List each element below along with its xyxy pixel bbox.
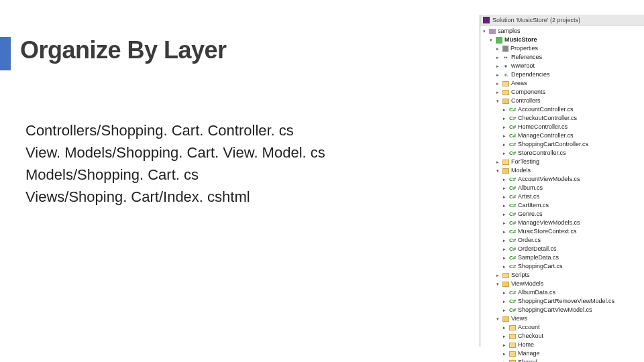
- expand-icon[interactable]: ▸: [502, 245, 507, 253]
- expand-icon[interactable]: ▸: [502, 332, 507, 341]
- csharp-file-icon: C#: [509, 133, 516, 139]
- tree-node[interactable]: ▸▪▪References: [480, 53, 644, 62]
- tree-node-file[interactable]: ▸C#OrderDetail.cs: [480, 245, 644, 253]
- folder-icon: [502, 81, 509, 86]
- tree-node-file[interactable]: ▸C#AccountController.cs: [480, 105, 644, 114]
- tree-node-file[interactable]: ▸C#ManageViewModels.cs: [480, 219, 644, 227]
- tree-node-file[interactable]: ▸C#ShoppingCart.cs: [480, 262, 644, 271]
- expand-icon[interactable]: ▸: [495, 158, 500, 166]
- tree-node-file[interactable]: ▸C#ShoppingCartController.cs: [480, 140, 644, 149]
- tree-node[interactable]: ▸Checkout: [480, 332, 644, 341]
- expand-icon[interactable]: ▸: [495, 62, 500, 70]
- tree-node-project[interactable]: ▾ MusicStore: [480, 36, 644, 44]
- tree-node-file[interactable]: ▸C#SampleData.cs: [480, 253, 644, 262]
- tree-label: ViewModels: [511, 280, 543, 288]
- slide-body: Controllers/Shopping. Cart. Controller. …: [25, 119, 325, 208]
- expand-icon[interactable]: ▸: [502, 192, 507, 201]
- tree-label: Genre.cs: [518, 210, 543, 219]
- expand-icon[interactable]: ▸: [502, 175, 507, 184]
- expand-icon[interactable]: ▸: [502, 253, 507, 262]
- tree-node-file[interactable]: ▸C#ManageController.cs: [480, 131, 644, 140]
- tree-node-file[interactable]: ▸C#AlbumData.cs: [480, 288, 644, 297]
- csharp-file-icon: C#: [509, 290, 516, 296]
- expand-icon[interactable]: ▾: [495, 280, 500, 288]
- expand-icon[interactable]: ▸: [495, 271, 500, 280]
- expand-icon[interactable]: ▾: [495, 97, 500, 105]
- vs-icon: [483, 17, 490, 23]
- body-line: View. Models/Shopping. Cart. View. Model…: [25, 141, 325, 164]
- tree-node[interactable]: ▸Areas: [480, 79, 644, 88]
- expand-icon[interactable]: ▾: [495, 166, 500, 175]
- expand-icon[interactable]: ▸: [502, 219, 507, 227]
- expand-icon[interactable]: ▸: [495, 88, 500, 97]
- tree-node-file[interactable]: ▸C#ShoppingCartViewModel.cs: [480, 306, 644, 314]
- tree-node[interactable]: ▸Manage: [480, 349, 644, 358]
- tree-node-file[interactable]: ▸C#StoreController.cs: [480, 149, 644, 158]
- tree-node-solution-folder[interactable]: ▾ samples: [480, 27, 644, 36]
- tree-node-file[interactable]: ▸C#MusicStoreContext.cs: [480, 227, 644, 236]
- tree-node[interactable]: ▸Components: [480, 88, 644, 97]
- tree-node-file[interactable]: ▸C#ShoppingCartRemoveViewModel.cs: [480, 297, 644, 306]
- expand-icon[interactable]: ▸: [502, 201, 507, 210]
- expand-icon[interactable]: ▸: [495, 79, 500, 88]
- expand-icon[interactable]: ▸: [502, 306, 507, 314]
- expand-icon[interactable]: ▸: [502, 227, 507, 236]
- tree-node-file[interactable]: ▸C#Artist.cs: [480, 192, 644, 201]
- tree-node-file[interactable]: ▸C#Order.cs: [480, 236, 644, 245]
- tree-node[interactable]: ▸Shared: [480, 358, 644, 362]
- tree-node-file[interactable]: ▸C#Genre.cs: [480, 210, 644, 219]
- tree-node[interactable]: ▸Scripts: [480, 271, 644, 280]
- folder-icon: [502, 316, 509, 322]
- expand-icon[interactable]: ▾: [482, 27, 487, 36]
- tree-node-file[interactable]: ▸C#Album.cs: [480, 184, 644, 192]
- expand-icon[interactable]: ▸: [495, 53, 500, 62]
- folder-icon: [502, 160, 509, 165]
- expand-icon[interactable]: ▸: [502, 123, 507, 131]
- tree-node-models[interactable]: ▾Models: [480, 166, 644, 175]
- tree-node-file[interactable]: ▸C#CheckoutController.cs: [480, 114, 644, 123]
- expand-icon[interactable]: ▸: [502, 358, 507, 362]
- expand-icon[interactable]: ▸: [502, 236, 507, 245]
- tree-label: HomeController.cs: [518, 123, 568, 131]
- folder-icon: [509, 351, 516, 357]
- tree-label: Scripts: [511, 271, 530, 280]
- expand-icon[interactable]: ▸: [502, 323, 507, 332]
- csharp-file-icon: C#: [509, 263, 516, 270]
- references-icon: ▪▪: [502, 54, 509, 61]
- globe-icon: ●: [502, 63, 509, 70]
- tree-node-file[interactable]: ▸C#CartItem.cs: [480, 201, 644, 210]
- expand-icon[interactable]: ▾: [495, 314, 500, 323]
- tree-node-file[interactable]: ▸C#HomeController.cs: [480, 123, 644, 131]
- expand-icon[interactable]: ▸: [502, 184, 507, 192]
- expand-icon[interactable]: ▸: [495, 70, 500, 79]
- expand-icon[interactable]: ▸: [502, 114, 507, 123]
- tree-node[interactable]: ▸Account: [480, 323, 644, 332]
- expand-icon[interactable]: ▸: [502, 131, 507, 140]
- tree-node[interactable]: ▸●wwwroot: [480, 62, 644, 70]
- tree-node-views[interactable]: ▾Views: [480, 314, 644, 323]
- expand-icon[interactable]: ▾: [488, 36, 494, 44]
- solution-header-text: Solution 'MusicStore' (2 projects): [492, 17, 580, 23]
- tree-node-controllers[interactable]: ▾Controllers: [480, 97, 644, 105]
- tree-node[interactable]: ▸⎌Dependencies: [480, 70, 644, 79]
- tree-label: ShoppingCartController.cs: [518, 140, 588, 149]
- expand-icon[interactable]: ▸: [502, 297, 507, 306]
- expand-icon[interactable]: ▸: [502, 349, 507, 358]
- expand-icon[interactable]: ▸: [502, 262, 507, 271]
- expand-icon[interactable]: ▸: [502, 341, 507, 349]
- expand-icon[interactable]: ▸: [495, 44, 500, 53]
- expand-icon[interactable]: ▸: [502, 140, 507, 149]
- solution-tree[interactable]: ▾ samples ▾ MusicStore ▸Properties ▸▪▪Re…: [480, 25, 644, 362]
- tree-node-file[interactable]: ▸C#AccountViewModels.cs: [480, 175, 644, 184]
- expand-icon[interactable]: ▸: [502, 149, 507, 158]
- csharp-file-icon: C#: [509, 246, 516, 253]
- expand-icon[interactable]: ▸: [502, 105, 507, 114]
- expand-icon[interactable]: ▸: [502, 288, 507, 297]
- tree-label: SampleData.cs: [518, 253, 559, 262]
- expand-icon[interactable]: ▸: [502, 210, 507, 219]
- tree-node[interactable]: ▸Home: [480, 341, 644, 349]
- folder-icon: [502, 282, 509, 287]
- tree-node-viewmodels[interactable]: ▾ViewModels: [480, 280, 644, 288]
- tree-node[interactable]: ▸ForTesting: [480, 158, 644, 166]
- tree-node[interactable]: ▸Properties: [480, 44, 644, 53]
